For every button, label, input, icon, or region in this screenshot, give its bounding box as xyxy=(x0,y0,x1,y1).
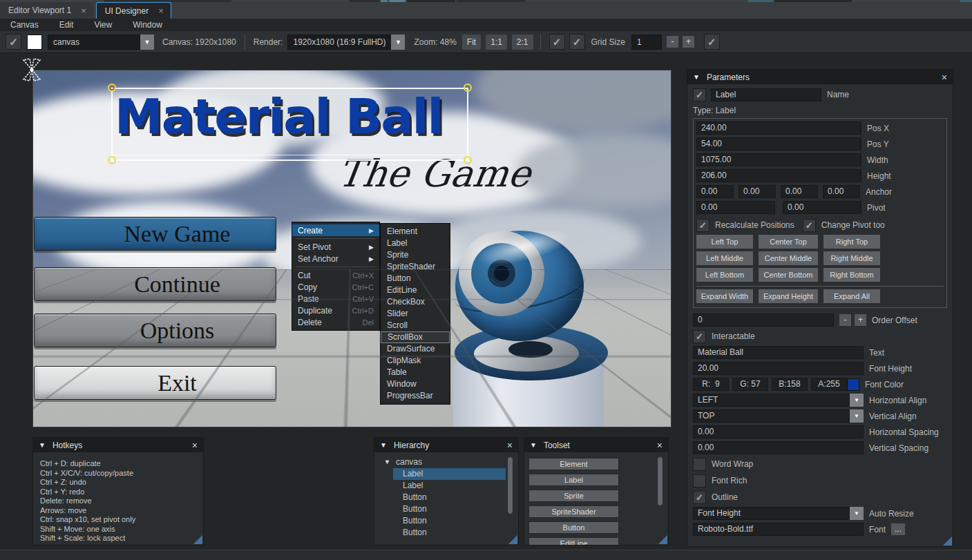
color-g-input[interactable]: G: 57 xyxy=(732,378,768,391)
expand-height-button[interactable]: Expand Height xyxy=(759,289,818,303)
toolbar-right-checkbox[interactable]: ✓ xyxy=(704,34,720,50)
zoom-2-1-button[interactable]: 2:1 xyxy=(512,35,533,50)
chevron-down-icon[interactable]: ▼ xyxy=(850,409,864,423)
tree-node-label-selected[interactable]: Label xyxy=(374,468,518,480)
menu-canvas[interactable]: Canvas xyxy=(0,20,49,30)
tree-node-canvas[interactable]: ▼ canvas xyxy=(374,456,518,468)
submenu-item-sprite[interactable]: Sprite xyxy=(381,249,450,261)
zoom-1-1-button[interactable]: 1:1 xyxy=(486,35,507,50)
color-a-input[interactable]: A:255 xyxy=(811,378,847,391)
selection-rect[interactable] xyxy=(111,88,468,161)
chevron-down-icon[interactable]: ▼ xyxy=(391,35,405,50)
submenu-item-scrollbox[interactable]: ScrollBox xyxy=(381,331,450,343)
toolset-sprite-button[interactable]: Sprite xyxy=(528,490,619,502)
pos-x-input[interactable]: 240.00 xyxy=(696,122,861,135)
grid-size-plus-button[interactable]: + xyxy=(683,36,694,48)
align-center-middle-button[interactable]: Center Middle xyxy=(759,251,818,265)
submenu-item-window[interactable]: Window xyxy=(381,378,450,390)
canvas-visible-checkbox[interactable]: ✓ xyxy=(6,34,21,50)
interactable-checkbox[interactable]: ✓ xyxy=(693,330,706,343)
canvas-viewport[interactable]: Material Ball The Game New Game Continue… xyxy=(32,70,671,427)
hotkeys-panel-header[interactable]: ▼ Hotkeys × xyxy=(33,438,203,452)
context-menu-create[interactable]: Create ▶ xyxy=(292,224,379,236)
toolset-editline-button[interactable]: EditLine xyxy=(528,537,619,545)
tree-node-button[interactable]: Button xyxy=(374,515,518,527)
pos-y-input[interactable]: 54.00 xyxy=(696,137,861,151)
context-menu-set-pivot[interactable]: Set Pivot ▶ xyxy=(292,241,379,253)
collapse-icon[interactable]: ▼ xyxy=(530,441,537,449)
pivot-input-1[interactable]: 0.00 xyxy=(783,201,861,214)
close-icon[interactable]: × xyxy=(657,440,663,451)
panel-resize-handle[interactable] xyxy=(658,535,667,544)
tree-node-label[interactable]: Label xyxy=(374,480,518,492)
align-center-top-button[interactable]: Center Top xyxy=(759,235,818,249)
submenu-item-table[interactable]: Table xyxy=(381,367,450,378)
panel-resize-handle[interactable] xyxy=(193,535,202,544)
context-menu-cut[interactable]: Cut Ctrl+X xyxy=(292,269,379,281)
close-icon[interactable]: × xyxy=(81,6,86,15)
change-pivot-too-checkbox[interactable]: ✓ xyxy=(803,219,816,232)
tab-editor-viewport-1[interactable]: Editor Viewport 1 × xyxy=(0,2,93,19)
color-r-input[interactable]: R: 9 xyxy=(693,378,729,391)
expand-icon[interactable]: ▼ xyxy=(384,456,390,468)
resize-handle-bottom-right[interactable] xyxy=(464,156,472,164)
close-icon[interactable]: × xyxy=(158,6,164,15)
submenu-item-label[interactable]: Label xyxy=(381,238,450,249)
vertical-align-select[interactable]: TOP xyxy=(693,409,850,423)
toolset-element-button[interactable]: Element xyxy=(528,458,619,470)
font-file-input[interactable]: Roboto-Bold.ttf xyxy=(693,523,864,536)
submenu-item-slider[interactable]: Slider xyxy=(381,308,450,320)
align-center-bottom-button[interactable]: Center Bottom xyxy=(759,268,818,282)
exit-button[interactable]: Exit xyxy=(34,366,276,400)
align-right-middle-button[interactable]: Right Middle xyxy=(823,251,880,265)
width-input[interactable]: 1075.00 xyxy=(696,153,861,166)
context-menu-duplicate[interactable]: Duplicate Ctrl+D xyxy=(292,305,379,316)
menu-edit[interactable]: Edit xyxy=(49,20,84,30)
anchor-input-0[interactable]: 0.00 xyxy=(696,185,734,198)
parameters-panel-header[interactable]: ▼ Parameters × xyxy=(687,70,953,84)
align-left-bottom-button[interactable]: Left Bottom xyxy=(696,268,753,282)
chevron-down-icon[interactable]: ▼ xyxy=(140,35,154,50)
order-offset-minus-button[interactable]: - xyxy=(839,314,851,326)
chevron-down-icon[interactable]: ▼ xyxy=(850,507,864,520)
align-left-top-button[interactable]: Left Top xyxy=(696,235,753,249)
font-color-swatch[interactable] xyxy=(847,378,859,391)
resize-handle-bottom-left[interactable] xyxy=(108,156,116,164)
grid-snap-checkbox[interactable]: ✓ xyxy=(569,34,585,50)
color-b-input[interactable]: B:158 xyxy=(772,378,808,391)
context-menu-paste[interactable]: Paste Ctrl+V xyxy=(292,293,379,305)
vertical-spacing-input[interactable]: 0.00 xyxy=(693,441,864,454)
collapse-icon[interactable]: ▼ xyxy=(693,73,700,81)
font-height-input[interactable]: 20.00 xyxy=(693,362,864,375)
order-offset-plus-button[interactable]: + xyxy=(855,314,866,326)
submenu-item-spriteshader[interactable]: SpriteShader xyxy=(381,261,450,273)
submenu-item-scroll[interactable]: Scroll xyxy=(381,320,450,331)
align-right-bottom-button[interactable]: Right Bottom xyxy=(823,268,880,282)
toolset-label-button[interactable]: Label xyxy=(528,474,619,486)
name-input[interactable]: Label xyxy=(711,88,821,102)
tree-node-button[interactable]: Button xyxy=(374,527,518,539)
expand-width-button[interactable]: Expand Width xyxy=(696,289,753,303)
toolset-panel-header[interactable]: ▼ Toolset × xyxy=(524,438,668,452)
new-game-button[interactable]: New Game xyxy=(34,217,276,251)
horizontal-align-select[interactable]: LEFT xyxy=(693,394,850,407)
context-menu-set-anchor[interactable]: Set Anchor ▶ xyxy=(292,253,379,264)
tree-node-button[interactable]: Button xyxy=(374,503,518,515)
canvas-color-swatch[interactable] xyxy=(27,35,42,50)
collapse-icon[interactable]: ▼ xyxy=(380,441,387,449)
scrollbar-thumb[interactable] xyxy=(507,456,513,514)
menu-view[interactable]: View xyxy=(84,20,122,30)
scrollbar[interactable] xyxy=(657,456,663,539)
align-left-middle-button[interactable]: Left Middle xyxy=(696,251,753,265)
panel-resize-handle[interactable] xyxy=(943,537,952,545)
pivot-input-0[interactable]: 0.00 xyxy=(696,201,775,214)
font-browse-button[interactable]: ... xyxy=(891,523,905,535)
grid-show-checkbox[interactable]: ✓ xyxy=(549,34,565,50)
close-icon[interactable]: × xyxy=(192,440,198,451)
submenu-item-button[interactable]: Button xyxy=(381,273,450,284)
resize-handle-top-left[interactable] xyxy=(108,84,116,92)
grid-size-input[interactable]: 1 xyxy=(631,35,662,50)
height-input[interactable]: 206.00 xyxy=(696,169,861,182)
canvas-select[interactable]: canvas xyxy=(48,35,140,50)
context-menu-delete[interactable]: Delete Del xyxy=(292,316,379,328)
